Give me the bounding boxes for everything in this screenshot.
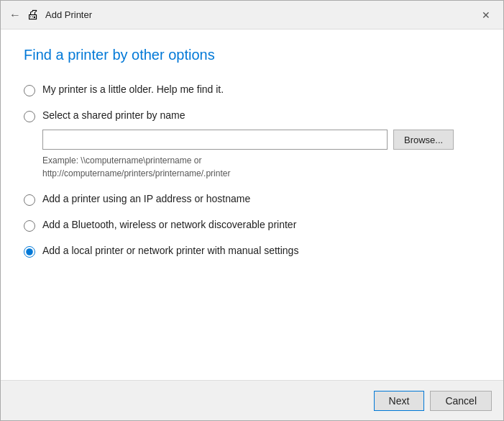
option-local[interactable]: Add a local printer or network printer w… [24,245,480,258]
option-older-label: My printer is a little older. Help me fi… [42,83,224,95]
option-local-label: Add a local printer or network printer w… [42,245,298,256]
section-title: Find a printer by other options [24,47,480,63]
title-bar: ← 🖨 Add Printer ✕ [1,1,503,30]
option-shared[interactable]: Select a shared printer by name [24,109,480,122]
footer: Next Cancel [1,380,503,420]
option-ip-label: Add a printer using an IP address or hos… [42,193,250,204]
example-text: Example: \\computername\printername orht… [42,154,480,180]
cancel-button[interactable]: Cancel [430,391,492,411]
next-button[interactable]: Next [374,391,425,411]
radio-older[interactable] [24,85,35,96]
content-area: Find a printer by other options My print… [1,30,503,380]
option-shared-label: Select a shared printer by name [42,109,185,121]
close-button[interactable]: ✕ [477,8,495,22]
window-title: Add Printer [45,9,92,20]
browse-button[interactable]: Browse... [393,130,454,150]
shared-printer-input[interactable] [42,130,388,150]
printer-icon: 🖨 [27,7,40,22]
radio-ip[interactable] [24,194,35,206]
option-shared-section: Select a shared printer by name Browse..… [24,109,480,180]
option-older[interactable]: My printer is a little older. Help me fi… [24,83,480,96]
radio-shared[interactable] [24,111,35,122]
option-bluetooth[interactable]: Add a Bluetooth, wireless or network dis… [24,219,480,232]
options-list: My printer is a little older. Help me fi… [24,83,480,258]
shared-printer-row: Browse... [42,130,480,150]
title-bar-left: ← 🖨 Add Printer [9,7,92,22]
radio-bluetooth[interactable] [24,220,35,232]
back-arrow-icon[interactable]: ← [9,9,21,22]
option-ip[interactable]: Add a printer using an IP address or hos… [24,193,480,206]
radio-local[interactable] [24,246,35,258]
option-bluetooth-label: Add a Bluetooth, wireless or network dis… [42,219,296,230]
